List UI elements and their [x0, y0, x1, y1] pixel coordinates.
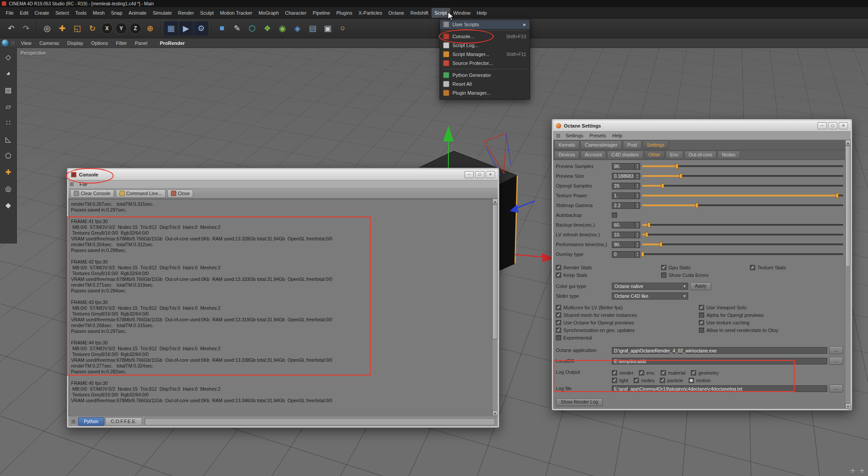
log-checkbox-light[interactable] [612, 378, 617, 383]
menubar-item-motion-tracker[interactable]: Motion Tracker [217, 8, 255, 18]
stepper-icon[interactable]: ▲▼ [634, 183, 640, 189]
light-icon[interactable]: ○ [336, 21, 350, 36]
step-down-icon[interactable]: ▼ [635, 205, 640, 208]
minimize-button[interactable]: ─ [464, 171, 474, 178]
menubar-item-pipeline[interactable]: Pipeline [309, 8, 333, 18]
x-axis-lock-icon[interactable]: X [101, 23, 113, 34]
polygons-mode-icon[interactable]: ⬠ [2, 149, 15, 162]
drag-grip-icon[interactable] [556, 134, 560, 138]
window-resize-grip[interactable] [847, 405, 852, 410]
step-down-icon[interactable]: ▼ [635, 244, 640, 248]
dynamics-icon[interactable]: ◉ [275, 21, 289, 36]
octane-menu-settings[interactable]: Settings [563, 133, 587, 138]
slider-overlay-type[interactable] [642, 251, 843, 258]
points-mode-icon[interactable]: ∷ [2, 116, 15, 129]
stepper-icon[interactable]: ▲▼ [634, 222, 640, 228]
checkbox-show-cuda-errors[interactable] [661, 272, 666, 278]
script-menu-item-script-manager[interactable]: Script Manager...Shift+F11 [440, 50, 530, 59]
octane-subtab-other[interactable]: Other [644, 151, 665, 159]
spinbox-backup-time-sec[interactable]: 60.▲▼ [612, 222, 640, 228]
close-button[interactable]: ✕ [839, 122, 848, 129]
menubar-item-file[interactable]: File [3, 8, 17, 18]
model-mode-icon[interactable]: ◕ [2, 67, 15, 80]
checkbox-render-stats[interactable] [556, 265, 561, 270]
menubar-item-script[interactable]: Script [432, 8, 450, 18]
drag-grip-icon[interactable] [70, 182, 74, 186]
slider-knob[interactable] [641, 252, 644, 257]
menubar-item-sculpt[interactable]: Sculpt [197, 8, 217, 18]
scale-tool-icon[interactable]: ◱ [70, 21, 84, 36]
menubar-item-character[interactable]: Character [282, 8, 309, 18]
viewport-label[interactable]: Perspective [20, 50, 46, 56]
drag-grip-icon[interactable] [71, 420, 75, 424]
octane-subtab-c4d-shaders[interactable]: C4D shaders [607, 151, 643, 159]
menubar-item-create[interactable]: Create [32, 8, 52, 18]
octane-subtab-nodes[interactable]: Nodes [717, 151, 740, 159]
checkbox-use-texture-caching[interactable] [699, 320, 704, 325]
octane-titlebar[interactable]: Octane Settings ─ ▢ ✕ [553, 120, 851, 132]
octane-subtab-env[interactable]: Env. [666, 151, 683, 159]
console-tab-python[interactable]: Python [78, 417, 104, 426]
scroll-down-icon[interactable]: ▼ [492, 411, 498, 416]
pen-tool-icon[interactable]: ✎ [230, 21, 244, 36]
octane-subtab-account[interactable]: Account [580, 151, 606, 159]
render-picture-viewer-icon[interactable]: ▶ [179, 21, 193, 36]
viewport-nav-icons[interactable]: ✛✛ [850, 468, 864, 474]
step-down-icon[interactable]: ▼ [635, 166, 640, 169]
stepper-icon[interactable]: ▲▼ [634, 252, 640, 257]
menubar-item-animate[interactable]: Animate [126, 8, 150, 18]
log-checkbox-material[interactable] [661, 370, 666, 376]
menubar-item-x-particles[interactable]: X-Particles [356, 8, 385, 18]
script-menu-item-script-log[interactable]: Script Log... [440, 41, 530, 50]
step-down-icon[interactable]: ▼ [635, 176, 640, 179]
camera-icon[interactable]: ▣ [321, 21, 335, 36]
maximize-button[interactable]: ▢ [475, 171, 484, 178]
script-menu-item-reset-all[interactable]: Reset All [440, 80, 530, 88]
menubar-item-render[interactable]: Render [175, 8, 197, 18]
scroll-up-icon[interactable]: ▲ [492, 199, 498, 204]
checkbox-use-octane-for-opengl-previews[interactable] [556, 320, 561, 325]
log-checkbox-render[interactable] [612, 370, 617, 376]
log-checkbox-particle[interactable] [660, 378, 665, 383]
log-checkbox-geometry[interactable] [691, 370, 696, 376]
menubar-item-snap[interactable]: Snap [108, 8, 126, 18]
stepper-icon[interactable]: ▲▼ [634, 164, 640, 169]
edges-mode-icon[interactable]: ◺ [2, 133, 15, 145]
console-titlebar[interactable]: Console ─ ▢ ✕ [68, 169, 498, 180]
redo-icon[interactable]: ↷ [19, 21, 33, 36]
maximize-button[interactable]: ▢ [828, 122, 837, 129]
checkbox-use-viewport-solo[interactable] [699, 305, 704, 310]
spinbox-lv-refresh-time-ms[interactable]: 10.▲▼ [612, 232, 640, 238]
viewport-solo-icon[interactable]: ◎ [2, 182, 15, 195]
slider-backup-time-sec[interactable] [642, 221, 843, 228]
browse-button-localdb[interactable]: ... [829, 357, 843, 365]
octane-menu-presets[interactable]: Presets [587, 133, 609, 138]
rotate-tool-icon[interactable]: ↻ [85, 21, 99, 36]
menubar-item-window[interactable]: Window [450, 8, 474, 18]
menubar-item-redshift[interactable]: Redshift [407, 8, 431, 18]
move-tool-icon[interactable]: ✚ [55, 21, 69, 36]
slider-knob[interactable] [659, 242, 662, 247]
checkbox-keep-stats[interactable] [556, 272, 561, 278]
step-down-icon[interactable]: ▼ [635, 254, 640, 257]
console-scrollbar[interactable]: ▲ ▼ [492, 199, 498, 416]
render-view-icon[interactable]: ▦ [164, 21, 178, 36]
checkbox-synchronization-on-geo-updates[interactable] [556, 328, 561, 333]
viewbar-item-panel[interactable]: Panel [131, 38, 151, 48]
mograph-cloner-icon[interactable]: ❖ [260, 21, 274, 36]
log-checkbox-nodes[interactable] [634, 378, 639, 383]
step-down-icon[interactable]: ▼ [635, 225, 640, 228]
step-down-icon[interactable]: ▼ [635, 196, 640, 199]
log-checkbox-motion[interactable] [689, 378, 694, 383]
spinbox-preview-samples[interactable]: 90.▲▼ [612, 163, 640, 170]
spinbox-texture-power[interactable]: 1.▲▼ [612, 192, 640, 199]
stepper-icon[interactable]: ▲▼ [634, 173, 640, 179]
checkbox-gpu-stats[interactable] [661, 265, 666, 270]
slider-knob[interactable] [647, 222, 650, 228]
add-cube-icon[interactable]: ■ [215, 21, 229, 36]
slider-opengl-samples[interactable] [642, 182, 843, 189]
console-input[interactable] [144, 418, 495, 425]
slider-knob[interactable] [679, 173, 682, 179]
menubar-item-select[interactable]: Select [52, 8, 72, 18]
stepper-icon[interactable]: ▲▼ [634, 242, 640, 248]
